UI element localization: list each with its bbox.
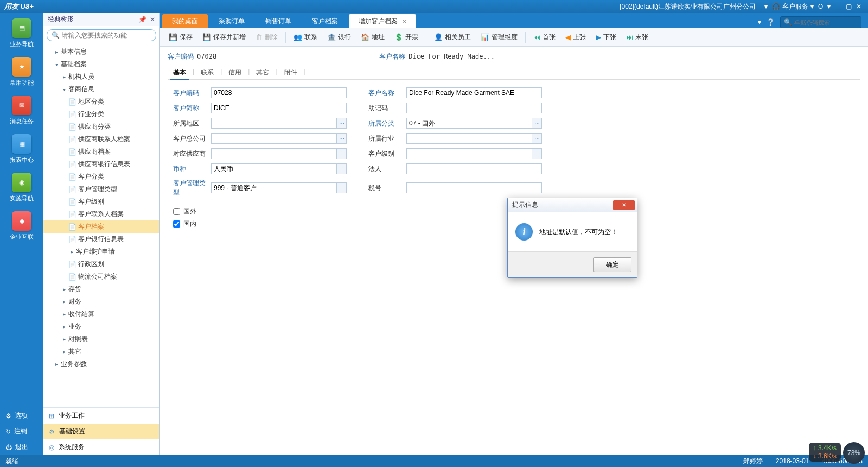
tab-close-icon[interactable]: ✕: [402, 18, 406, 24]
nav-business[interactable]: ▤业务导航: [10, 18, 34, 48]
tree-node[interactable]: ▾客商信息: [43, 83, 159, 96]
subtab-credit[interactable]: 信用: [223, 66, 247, 79]
close-tree-icon[interactable]: ✕: [150, 16, 155, 23]
nav-enterprise[interactable]: ◆企业互联: [10, 211, 34, 241]
input-tax[interactable]: [406, 182, 542, 193]
customer-service-link[interactable]: 客户服务: [782, 2, 808, 11]
prev-button[interactable]: ◀上张: [561, 30, 590, 44]
tree-node[interactable]: 📄行业分类: [43, 108, 159, 121]
mgmt-button[interactable]: 📊管理维度: [476, 30, 522, 44]
invoice-button[interactable]: 💲开票: [390, 30, 423, 44]
subtab-contact[interactable]: 联系: [195, 66, 219, 79]
nav-common[interactable]: ★常用功能: [10, 57, 34, 87]
tree-node[interactable]: ▸基本信息: [43, 46, 159, 58]
maximize-icon[interactable]: ▢: [846, 3, 852, 10]
tree-node[interactable]: 📄行政区划: [43, 258, 159, 270]
u-icon[interactable]: Ʊ: [818, 3, 823, 10]
bank-button[interactable]: 🏦银行: [323, 30, 355, 44]
tab-add-customer[interactable]: 增加客户档案✕: [349, 14, 416, 28]
tree-node[interactable]: 📄供应商银行信息表: [43, 158, 159, 171]
tree-node[interactable]: ▸对照表: [43, 333, 159, 345]
nav-report[interactable]: ▦报表中心: [10, 134, 34, 164]
subtab-attach[interactable]: 附件: [279, 66, 303, 79]
tab-desktop[interactable]: 我的桌面: [162, 14, 208, 28]
last-button[interactable]: ⏭末张: [622, 30, 653, 44]
dialog-ok-button[interactable]: 确定: [593, 257, 631, 272]
tree-node[interactable]: 📄供应商档案: [43, 146, 159, 158]
lookup-mgtype-icon[interactable]: ⋯: [337, 182, 347, 193]
lookup-class-icon[interactable]: ⋯: [532, 118, 542, 129]
input-class[interactable]: [406, 118, 532, 129]
tree-node[interactable]: ▸客户维护申请: [43, 245, 159, 258]
input-supplier[interactable]: [211, 148, 337, 159]
logout-button[interactable]: ↻注销: [0, 424, 43, 439]
tree-node[interactable]: 📄客户管理类型: [43, 183, 159, 195]
help-icon[interactable]: ❔: [767, 18, 775, 26]
input-short[interactable]: [211, 103, 347, 113]
tree-node[interactable]: 📄物流公司档案: [43, 270, 159, 283]
tab-purchase[interactable]: 采购订单: [209, 14, 254, 28]
tree-node[interactable]: 📄客户分类: [43, 171, 159, 183]
foot-xitong[interactable]: ◎系统服务: [43, 439, 159, 455]
lookup-curr-icon[interactable]: ⋯: [337, 163, 347, 174]
save-add-button[interactable]: 💾保存并新增: [198, 30, 250, 44]
subtab-basic[interactable]: 基本: [168, 66, 192, 79]
options-button[interactable]: ⚙选项: [0, 408, 43, 424]
tree-node[interactable]: ▸存货: [43, 283, 159, 295]
nav-impl[interactable]: ◉实施导航: [10, 173, 34, 203]
input-legal[interactable]: [406, 163, 542, 174]
tab-customer[interactable]: 客户档案: [302, 14, 348, 28]
tree-node[interactable]: 📄客户级别: [43, 195, 159, 208]
pin-icon[interactable]: 📌: [138, 16, 146, 23]
tree-node[interactable]: 📄客户联系人档案: [43, 208, 159, 220]
close-icon[interactable]: ✕: [856, 3, 861, 10]
nav-message[interactable]: ✉消息任务: [10, 96, 34, 125]
tree-node[interactable]: ▸收付结算: [43, 308, 159, 320]
tree-node[interactable]: ▸业务: [43, 320, 159, 333]
foot-yewu[interactable]: ⊞业务工作: [43, 408, 159, 424]
lookup-hq-icon[interactable]: ⋯: [337, 133, 347, 144]
tree-node[interactable]: ▸业务参数: [43, 358, 159, 370]
foot-jichu[interactable]: ⚙基础设置: [43, 424, 159, 439]
barcode-input[interactable]: [794, 19, 868, 26]
tree-node[interactable]: ▸其它: [43, 345, 159, 358]
next-button[interactable]: ▶下张: [591, 30, 621, 44]
down-icon[interactable]: ▾: [810, 3, 814, 10]
tree-node[interactable]: ▸机构人员: [43, 71, 159, 83]
tree-search[interactable]: 🔍: [47, 29, 156, 41]
tree-node[interactable]: ▸财务: [43, 295, 159, 308]
tree-node[interactable]: 📄供应商联系人档案: [43, 133, 159, 146]
lookup-region-icon[interactable]: ⋯: [337, 118, 347, 129]
tree-node[interactable]: 📄供应商分类: [43, 121, 159, 133]
down2-icon[interactable]: ▾: [827, 3, 831, 10]
staff-button[interactable]: 👤相关员工: [430, 30, 475, 44]
chevron-down-icon[interactable]: ▾: [758, 18, 761, 26]
input-region[interactable]: [211, 118, 337, 129]
input-name[interactable]: [406, 87, 542, 98]
save-button[interactable]: 💾保存: [164, 30, 197, 44]
minimize-icon[interactable]: —: [835, 3, 841, 10]
exit-button[interactable]: ⏻退出: [0, 439, 43, 455]
tab-sales[interactable]: 销售订单: [256, 14, 301, 28]
input-hq[interactable]: [211, 133, 337, 144]
barcode-search[interactable]: 🔍: [780, 16, 861, 28]
tree-search-input[interactable]: [62, 31, 151, 39]
input-mgtype[interactable]: [211, 182, 337, 193]
lookup-level-icon[interactable]: ⋯: [532, 148, 542, 159]
lookup-industry-icon[interactable]: ⋯: [532, 133, 542, 144]
subtab-other[interactable]: 其它: [251, 66, 275, 79]
tree-node[interactable]: ▾基础档案: [43, 58, 159, 71]
contact-button[interactable]: 👥联系: [289, 30, 322, 44]
company-dropdown-icon[interactable]: ▾: [764, 3, 768, 10]
input-curr[interactable]: [211, 163, 337, 174]
tree-node[interactable]: 📄地区分类: [43, 96, 159, 108]
tree-node[interactable]: 📄客户档案: [43, 220, 159, 233]
input-industry[interactable]: [406, 133, 532, 144]
lookup-supplier-icon[interactable]: ⋯: [337, 148, 347, 159]
address-button[interactable]: 🏠地址: [356, 30, 389, 44]
input-code[interactable]: [211, 87, 347, 98]
dialog-close-icon[interactable]: ✕: [613, 200, 635, 210]
input-mnem[interactable]: [406, 103, 542, 113]
input-level[interactable]: [406, 148, 532, 159]
tree-node[interactable]: 📄客户银行信息表: [43, 233, 159, 245]
